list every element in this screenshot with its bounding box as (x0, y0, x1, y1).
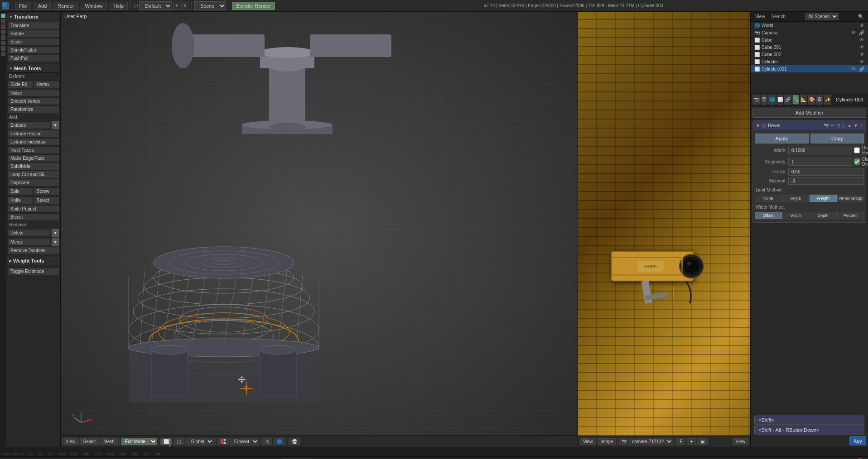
vp-select-btn[interactable]: Select (80, 438, 99, 445)
onion-btn[interactable]: 👻 (289, 438, 300, 445)
noise-btn[interactable]: Noise (7, 89, 59, 97)
clamp-overlap-checkbox[interactable] (854, 158, 860, 165)
snap-toggle-btn[interactable]: 🧲 (217, 438, 229, 445)
profile-input[interactable] (788, 168, 864, 176)
material-input[interactable] (788, 177, 864, 185)
workspace-mode-select[interactable]: Default (139, 1, 172, 10)
bisect-btn[interactable]: Bisect (7, 213, 59, 221)
width-percent-tab[interactable]: Percent (837, 212, 864, 219)
camera-select[interactable]: camera-712122_1... (628, 438, 673, 445)
make-edge-face-btn[interactable]: Make Edge/Face (7, 154, 59, 162)
spin-btn[interactable]: Spin (7, 187, 33, 195)
outliner-item-cube001[interactable]: ⬜ Cube.001 👁 (751, 43, 868, 51)
world-eye-icon[interactable]: 👁 (859, 23, 864, 28)
cylinder-eye-icon[interactable]: 👁 (859, 59, 864, 64)
edit-mode-select[interactable]: Edit Mode (121, 438, 157, 445)
particles-btn[interactable]: ✨ (824, 95, 831, 105)
knife-project-btn[interactable]: Knife Project (7, 205, 59, 213)
width-offset-tab[interactable]: Offset (755, 212, 782, 219)
limit-angle-tab[interactable]: Angle (782, 195, 810, 202)
scene-filter-select[interactable]: All Scenes (805, 13, 839, 20)
texture-props-btn[interactable]: 🖼 (816, 95, 824, 105)
pushpull-btn[interactable]: PushPull (7, 54, 59, 62)
subdivide-btn[interactable]: Subdivide (7, 163, 59, 170)
outliner-item-cylinder001[interactable]: ⬜ Cylinder.001 👁 🔗 (751, 65, 868, 72)
extrude-region-btn[interactable]: Extrude Region (7, 130, 59, 138)
camera-icon-btn[interactable]: 📷 (619, 438, 627, 445)
wire-shading-btn[interactable]: ⬚ (174, 438, 184, 445)
menu-file[interactable]: File (15, 2, 31, 10)
outliner-item-cube002[interactable]: ⬜ Cube.002 👁 (751, 51, 868, 58)
width-width-tab[interactable]: Width (782, 212, 810, 219)
proportional-btn[interactable]: ⊙ (262, 438, 272, 445)
screw-btn[interactable]: Screw (34, 187, 59, 195)
outliner-item-world[interactable]: 🌐 World 👁 (751, 22, 868, 29)
3d-scene-canvas[interactable]: X Y Z (1) Cylinder003 (61, 12, 578, 447)
menu-add[interactable]: Add (34, 2, 51, 10)
modifier-expand-icon[interactable]: ▼ (756, 123, 760, 128)
viewport-3d[interactable]: User Perp (61, 12, 578, 447)
render-props-btn[interactable]: 📷 (752, 95, 760, 105)
segments-input[interactable] (788, 158, 852, 166)
transform-header[interactable]: ▼ Transform (7, 13, 59, 21)
loop-cut-btn[interactable]: Loop Cut and Sli... (7, 171, 59, 178)
menu-render[interactable]: Render (53, 2, 78, 10)
modifier-expand2-icon[interactable]: ▷ (842, 123, 845, 128)
add-modifier-btn[interactable]: Add Modifier (752, 108, 866, 118)
menu-window[interactable]: Window (81, 2, 106, 10)
outliner-item-camera[interactable]: 📷 Camera 👁 🔗 (751, 29, 868, 36)
ref-view2-btn[interactable]: View (733, 438, 749, 445)
width-input[interactable] (788, 147, 852, 154)
outliner-search-icon-btn[interactable]: 🔍 (856, 14, 865, 19)
merge-expand-btn[interactable]: ▼ (51, 238, 59, 246)
object-props-btn[interactable]: ⬜ (776, 95, 784, 105)
select-btn[interactable]: Select (34, 196, 59, 204)
constraints-btn[interactable]: 🔗 (784, 95, 791, 105)
modifier-down-icon[interactable]: ▼ (854, 123, 858, 128)
extrude-expand-btn[interactable]: ▼ (51, 121, 59, 129)
camera-eye-icon[interactable]: 👁 (851, 30, 856, 35)
copy-btn[interactable]: Copy (810, 134, 864, 143)
limit-none-tab[interactable]: None (755, 195, 782, 202)
inset-faces-btn[interactable]: Inset Faces (7, 146, 59, 154)
snap-type-select[interactable]: Closest (230, 438, 259, 445)
scene-props-btn[interactable]: 🎬 (761, 95, 768, 105)
knife-btn[interactable]: Knife (7, 196, 33, 204)
extrude-btn[interactable]: Extrude (7, 121, 51, 129)
scale-btn[interactable]: Scale (7, 38, 59, 46)
extrude-individual-btn[interactable]: Extrude Individual (7, 138, 59, 146)
material-props-btn[interactable]: 🎨 (808, 95, 815, 105)
outliner-view-btn[interactable]: View (753, 14, 767, 19)
remove-workspace-btn[interactable]: × (181, 2, 188, 10)
modifier-delete-icon[interactable]: × (860, 122, 863, 129)
cylinder001-eye-icon[interactable]: 👁 (851, 66, 856, 72)
ref-zoom-in-btn[interactable]: + (687, 438, 696, 445)
world-props-btn[interactable]: 🌐 (768, 95, 776, 105)
menu-help[interactable]: Help (110, 2, 128, 10)
toggle-editmode-btn[interactable]: Toggle Editmode (7, 268, 59, 275)
remove-doubles-btn[interactable]: Remove Doubles (7, 247, 59, 254)
duplicate-btn[interactable]: Duplicate (7, 179, 59, 186)
apply-btn[interactable]: Apply (755, 134, 809, 143)
outliner-item-cube[interactable]: ⬜ Cube 👁 (751, 36, 868, 43)
limit-weight-tab[interactable]: Weight (810, 195, 837, 202)
ref-image-btn[interactable]: Image (598, 438, 617, 445)
rotate-btn[interactable]: Rotate (7, 30, 59, 38)
outliner-item-cylinder[interactable]: ⬜ Cylinder 👁 (751, 58, 868, 65)
modifier-cage-icon[interactable]: ⊡ (836, 123, 840, 128)
vp-view-btn[interactable]: View (63, 438, 79, 445)
randomize-btn[interactable]: Randomize (7, 105, 59, 113)
modifier-render-icon[interactable]: 📷 (824, 123, 829, 128)
ref-fit-btn[interactable]: ▣ (697, 438, 708, 445)
modifier-props-btn[interactable]: 🔧 (792, 95, 800, 105)
vp-mesh-btn[interactable]: Mesh (100, 438, 117, 445)
cube-eye-icon[interactable]: 👁 (859, 37, 864, 43)
modifier-edit-icon[interactable]: ✏ (831, 123, 834, 128)
weight-tools-header[interactable]: ▶ Weight Tools (7, 257, 59, 265)
only-vertices-checkbox[interactable] (854, 147, 860, 153)
delete-expand-btn[interactable]: ▼ (51, 229, 59, 237)
slide-ed-btn[interactable]: Slide Ed (7, 81, 33, 88)
data-props-btn[interactable]: 📐 (800, 95, 807, 105)
translate-btn[interactable]: Translate (7, 22, 59, 29)
merge-btn[interactable]: Merge (7, 238, 51, 246)
